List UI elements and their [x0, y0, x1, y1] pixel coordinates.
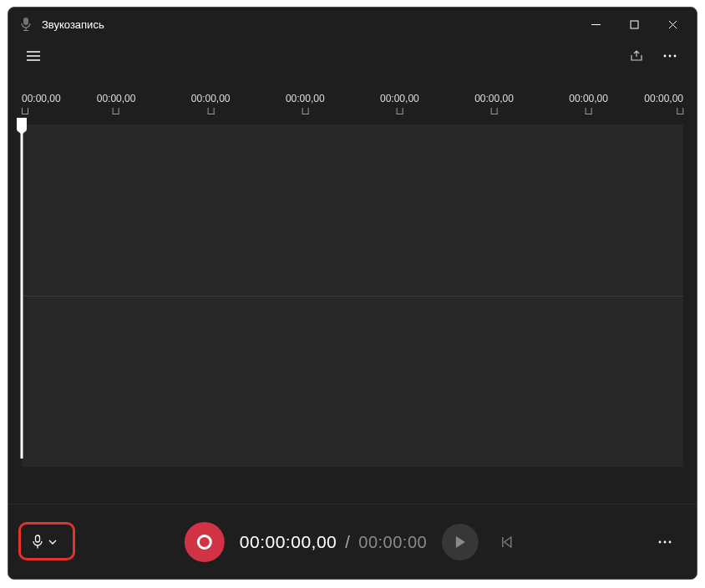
svg-rect-4 — [631, 21, 638, 28]
svg-point-16 — [659, 540, 662, 543]
playhead-line — [21, 131, 23, 459]
time-total: 00:00:00 — [358, 533, 427, 552]
playhead[interactable] — [22, 118, 32, 459]
record-icon — [197, 535, 212, 550]
tick-label: 00:00,00 — [644, 93, 683, 104]
time-display: 00:00:00,00 / 00:00:00 — [240, 532, 427, 552]
tick-label: 00:00,00 — [569, 93, 608, 104]
svg-point-10 — [664, 55, 667, 58]
maximize-button[interactable] — [615, 11, 653, 38]
svg-rect-13 — [36, 535, 40, 542]
tick-label: 00:00,00 — [22, 93, 61, 104]
play-button[interactable] — [442, 524, 479, 560]
bottom-right-controls — [648, 527, 682, 557]
waveform-area[interactable] — [22, 124, 683, 467]
skip-back-button[interactable] — [494, 529, 520, 555]
microphone-icon — [32, 535, 43, 550]
app-title: Звукозапись — [42, 18, 104, 31]
svg-point-17 — [664, 540, 667, 543]
titlebar: Звукозапись — [8, 8, 697, 41]
bottom-bar: 00:00:00,00 / 00:00:00 — [8, 504, 697, 579]
tick-label: 00:00,00 — [97, 93, 136, 104]
bottom-more-button[interactable] — [648, 527, 682, 557]
play-icon — [454, 535, 466, 549]
tick-label: 00:00,00 — [191, 93, 231, 104]
svg-rect-0 — [23, 18, 28, 25]
app-icon — [20, 18, 32, 31]
svg-point-11 — [669, 55, 672, 58]
more-options-button[interactable] — [653, 41, 687, 71]
skip-back-icon — [501, 536, 513, 548]
chevron-down-icon — [48, 540, 57, 545]
toolbar — [8, 41, 697, 71]
menu-button[interactable] — [18, 41, 48, 71]
time-separator: / — [345, 533, 350, 552]
minimize-button[interactable] — [576, 11, 615, 38]
svg-point-12 — [674, 55, 677, 58]
app-window: Звукозапись — [8, 7, 697, 580]
tick-label: 00:00,00 — [286, 93, 325, 104]
record-button[interactable] — [185, 522, 225, 562]
svg-point-18 — [669, 540, 672, 543]
microphone-selector[interactable] — [23, 527, 65, 557]
time-current: 00:00:00,00 — [240, 532, 337, 552]
tick-label: 00:00,00 — [474, 93, 514, 104]
tick-label: 00:00,00 — [380, 93, 419, 104]
timeline-ruler[interactable]: 00:00,00 00:00,00 00:00,00 00:00,00 00:0… — [8, 71, 697, 118]
playhead-handle[interactable] — [17, 118, 27, 131]
transport-controls: 00:00:00,00 / 00:00:00 — [185, 522, 520, 562]
close-button[interactable] — [653, 11, 692, 38]
window-controls — [576, 11, 692, 38]
waveform-midline — [22, 296, 683, 297]
share-button[interactable] — [620, 41, 653, 71]
